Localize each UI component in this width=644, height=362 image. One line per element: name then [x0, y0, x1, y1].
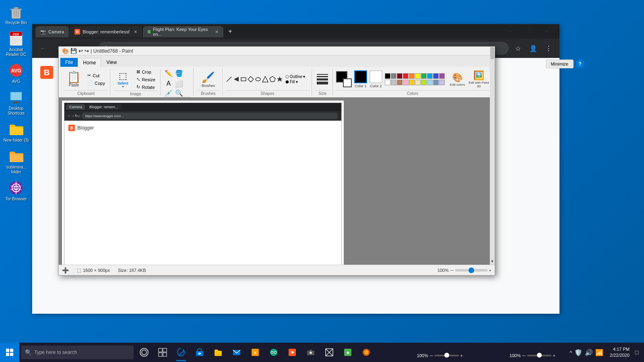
shape-rect[interactable]	[240, 76, 247, 82]
desktop-icon-desktop-shortcuts[interactable]: Desktop Shortcuts	[1, 88, 31, 117]
taskbar-files[interactable]	[209, 343, 227, 361]
shape-star[interactable]	[277, 76, 283, 82]
scroll-down-arrow[interactable]: ▼	[490, 258, 495, 265]
color-swatch[interactable]	[421, 80, 427, 85]
outline-button[interactable]: ⬡ Outline ▾	[285, 74, 305, 79]
shape-ellipse[interactable]	[255, 76, 261, 82]
taskbar-amazon[interactable]: a	[246, 343, 264, 361]
browser-tab-camera[interactable]: 📷 Camera	[35, 26, 69, 37]
color-swatch[interactable]	[403, 80, 409, 85]
flight-tab-close[interactable]: ✕	[215, 29, 219, 35]
size-1[interactable]	[317, 74, 328, 75]
blogger-tab-close[interactable]: ✕	[134, 29, 137, 35]
taskbar-mail[interactable]	[228, 343, 246, 361]
desktop-icon-sublimina[interactable]: 'sublimina... folder	[1, 146, 31, 176]
menu-icon[interactable]: ⋮	[543, 42, 555, 54]
size-2[interactable]	[317, 76, 328, 77]
desktop-icon-recycle-bin[interactable]: Recycle Bin	[1, 2, 31, 27]
color-swatch[interactable]	[391, 73, 396, 79]
bookmark-icon[interactable]: ☆	[512, 42, 524, 54]
color-swatch[interactable]	[427, 80, 433, 85]
copy-button[interactable]: 📄 Copy	[85, 80, 107, 86]
zoom-slider[interactable]	[455, 269, 487, 272]
zoom-left-plus[interactable]: +	[460, 353, 463, 358]
start-button[interactable]	[0, 343, 19, 362]
new-tab-button[interactable]: +	[224, 25, 236, 37]
tab-file[interactable]: File	[60, 58, 78, 67]
help-button[interactable]: ?	[576, 60, 584, 68]
taskbar-media[interactable]	[283, 343, 301, 361]
color-swatch[interactable]	[421, 73, 427, 79]
zoom-thumb-right[interactable]	[537, 353, 542, 358]
color-swatch[interactable]	[409, 73, 415, 79]
desktop-icon-avg[interactable]: AVG AVG	[1, 61, 31, 86]
color-swatch[interactable]	[433, 73, 439, 79]
pencil-tool[interactable]: ✏️	[164, 70, 173, 77]
add-btn[interactable]: ➕	[62, 267, 69, 274]
shape-diamond[interactable]	[248, 76, 254, 82]
color2-swatch[interactable]	[343, 78, 352, 87]
text-tool[interactable]: A	[164, 80, 173, 87]
color-swatch[interactable]	[427, 73, 433, 79]
color-swatch[interactable]	[439, 80, 445, 85]
color2-box[interactable]	[369, 70, 382, 83]
zoom-left-minus[interactable]: ─	[430, 353, 433, 358]
brushes-button[interactable]: 🖌️ Brushes	[197, 68, 220, 90]
color-swatch[interactable]	[397, 73, 402, 79]
shape-pentagon[interactable]	[269, 76, 276, 82]
tray-volume[interactable]: 🔊	[585, 349, 593, 356]
tray-network[interactable]: 📶	[595, 349, 603, 356]
taskbar-snipping[interactable]	[320, 343, 338, 361]
crop-button[interactable]: ⊠ Crop	[134, 68, 158, 75]
fill-button[interactable]: ⬢ Fill ▾	[285, 80, 305, 84]
edit-colors-button[interactable]: 🎨 Edit colors	[449, 72, 466, 86]
shape-arrow[interactable]	[233, 76, 239, 82]
color-swatch[interactable]	[391, 80, 396, 85]
desktop-icon-new-folder[interactable]: New folder (3)	[1, 119, 31, 144]
taskbar-cortana[interactable]	[135, 343, 153, 361]
paint-canvas-area[interactable]: Camera Blogger: remem... ←→↻⌂ https://ww…	[59, 97, 495, 265]
paint-canvas[interactable]: Camera Blogger: remem... ←→↻⌂ https://ww…	[62, 101, 344, 265]
taskbar-search[interactable]: 🔍	[21, 346, 134, 359]
zoom-thumb[interactable]	[469, 267, 474, 273]
taskbar-edge[interactable]	[172, 343, 190, 361]
zoom-slider-right[interactable]	[527, 355, 551, 356]
search-input[interactable]	[34, 350, 123, 355]
browser-tab-flight[interactable]: Flight Plan: Keep Your Eyes on... ✕	[143, 26, 223, 37]
color-swatch[interactable]	[433, 80, 439, 85]
quick-undo[interactable]: ↩	[78, 48, 83, 54]
eyedropper-tool[interactable]: 💉	[164, 89, 173, 97]
desktop-icon-tor-browser[interactable]: Tor Browser	[1, 178, 31, 203]
taskbar-tripadvisor[interactable]	[265, 343, 283, 361]
color-swatch[interactable]	[439, 73, 445, 79]
color-swatch[interactable]	[397, 80, 402, 85]
zoom-slider-left[interactable]	[435, 355, 459, 356]
select-tool[interactable]: ⬚ Select ▼	[114, 70, 132, 89]
taskbar-camera[interactable]	[302, 343, 320, 361]
color-swatch[interactable]	[385, 80, 390, 85]
paste-button[interactable]: 📋 Paste	[64, 71, 83, 88]
fill-tool[interactable]: 🪣	[174, 70, 184, 77]
taskbar-store[interactable]	[191, 343, 208, 361]
tray-chevron[interactable]: ^	[570, 350, 572, 356]
zoom-tool[interactable]: 🔍	[174, 89, 184, 97]
zoom-plus[interactable]: +	[489, 268, 491, 273]
shape-line[interactable]	[226, 76, 232, 82]
taskbar-misc[interactable]: ◈	[339, 343, 357, 361]
notification-area[interactable]: □	[633, 343, 641, 361]
color-swatch[interactable]	[415, 73, 421, 79]
color1-box[interactable]	[354, 70, 367, 83]
size-3[interactable]	[317, 78, 328, 80]
resize-button[interactable]: ⤡ Resize	[134, 76, 158, 83]
browser-maximize[interactable]: □	[519, 25, 538, 38]
browser-close[interactable]: ✕	[538, 25, 556, 38]
zoom-minus[interactable]: ─	[450, 268, 454, 273]
canvas-scrollbar-v[interactable]: ▼	[490, 97, 495, 265]
taskbar-firefox[interactable]	[357, 343, 375, 361]
clock-area[interactable]: 4:17 PM 2/22/2020	[610, 346, 630, 359]
size-4[interactable]	[317, 82, 328, 84]
browser-tab-blogger[interactable]: B Blogger: rememberlessf ✕	[70, 26, 142, 37]
tray-security[interactable]: 🛡️	[574, 349, 582, 356]
quick-redo[interactable]: ↪	[85, 48, 89, 54]
edit-paint3d-button[interactable]: 🖼️ Edit with Paint 3D	[469, 70, 489, 88]
